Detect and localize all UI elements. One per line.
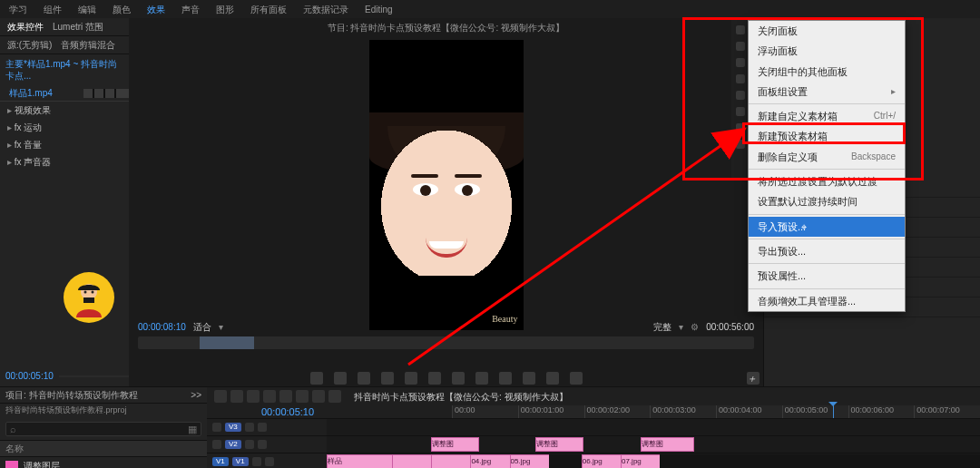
- program-timecode[interactable]: 00:00:08:10: [138, 321, 186, 333]
- clip[interactable]: 06.jpg: [582, 454, 622, 468]
- mute-icon[interactable]: [265, 457, 274, 466]
- folder-icon[interactable]: [736, 74, 745, 83]
- resolution-dropdown[interactable]: 完整: [653, 321, 671, 333]
- panel-tab[interactable]: 源:(无剪辑): [7, 39, 52, 51]
- clip[interactable]: 07.jpg: [621, 454, 662, 468]
- folder-icon[interactable]: [736, 91, 745, 100]
- ws-tab[interactable]: 效果: [147, 4, 165, 15]
- playhead[interactable]: [833, 405, 834, 418]
- clip[interactable]: 05.jpg: [510, 454, 551, 468]
- mute-icon[interactable]: [258, 440, 267, 449]
- ripple-tool-icon[interactable]: [247, 390, 260, 403]
- safe-margins-icon[interactable]: [570, 372, 583, 385]
- fx-group[interactable]: fx 声音器: [0, 153, 129, 171]
- menu-item[interactable]: 新建自定义素材箱Ctrl+/: [749, 106, 905, 126]
- compare-icon[interactable]: [546, 372, 559, 385]
- program-scrubber[interactable]: [138, 336, 754, 349]
- ws-tab[interactable]: Editing: [365, 4, 393, 15]
- ws-tab[interactable]: 所有面板: [250, 4, 287, 15]
- menu-item[interactable]: 导出预设...: [749, 241, 905, 261]
- ws-tab[interactable]: 图形: [216, 4, 234, 15]
- project-tab[interactable]: 项目: 抖音时尚转场预设制作教程: [5, 389, 138, 401]
- timeline-timecode[interactable]: 00:00:05:10: [261, 406, 314, 417]
- project-item[interactable]: 调整图层: [0, 457, 207, 468]
- lift-icon[interactable]: [475, 372, 488, 385]
- lock-icon[interactable]: [212, 423, 221, 432]
- mark-in-icon[interactable]: [310, 372, 323, 385]
- menu-item-label: 将所选过渡设置为默认过渡: [758, 175, 877, 188]
- settings-icon[interactable]: ⚙: [691, 321, 699, 333]
- folder-icon[interactable]: [736, 42, 745, 51]
- clip[interactable]: 调整图: [431, 437, 478, 452]
- clip[interactable]: 调整图: [535, 437, 583, 452]
- menu-item[interactable]: 导入预设...⌖: [749, 217, 905, 237]
- ws-tab[interactable]: 学习: [9, 4, 27, 15]
- video-track[interactable]: V1V1 样品 04.jpg 05.jpg 06.jpg 07.jpg: [207, 453, 980, 468]
- menu-item[interactable]: 新建预设素材箱: [749, 126, 905, 146]
- folder-icon[interactable]: [736, 107, 745, 116]
- menu-item[interactable]: 音频增效工具管理器...: [749, 291, 905, 311]
- clip[interactable]: [431, 454, 472, 468]
- track-select-icon[interactable]: [230, 390, 243, 403]
- go-out-icon[interactable]: [452, 372, 465, 385]
- clip[interactable]: 04.jpg: [470, 454, 511, 468]
- search-icon[interactable]: [736, 25, 745, 34]
- folder-icon[interactable]: [736, 140, 745, 149]
- step-back-icon[interactable]: [381, 372, 394, 385]
- go-in-icon[interactable]: [358, 372, 370, 385]
- menu-item[interactable]: 删除自定义项Backspace: [749, 147, 905, 167]
- fx-group[interactable]: 视频效果: [0, 102, 129, 119]
- sequence-tab[interactable]: 抖音时尚卡点预设教程【微信公众号: 视频制作大叔】: [354, 391, 568, 403]
- panel-tab[interactable]: Lumetri 范围: [53, 21, 103, 33]
- step-fwd-icon[interactable]: [428, 372, 441, 385]
- selection-tool-icon[interactable]: [214, 390, 227, 403]
- menu-item[interactable]: 将所选过渡设置为默认过渡: [749, 171, 905, 191]
- menu-item[interactable]: 浮动面板: [749, 41, 905, 61]
- eye-icon[interactable]: [252, 457, 261, 466]
- mute-icon[interactable]: [258, 423, 267, 432]
- ws-tab[interactable]: 元数据记录: [303, 4, 348, 15]
- ws-tab[interactable]: 编辑: [78, 4, 96, 15]
- zoom-fit[interactable]: 适合: [193, 321, 211, 333]
- type-tool-icon[interactable]: [328, 390, 341, 403]
- ws-tab[interactable]: 声音: [181, 4, 200, 15]
- clip[interactable]: [392, 454, 433, 468]
- play-icon[interactable]: [405, 372, 417, 385]
- eye-icon[interactable]: [245, 423, 254, 432]
- folder-icon[interactable]: [736, 58, 745, 67]
- ws-tab[interactable]: 颜色: [113, 4, 131, 15]
- button-editor-icon[interactable]: ＋: [747, 372, 760, 385]
- clip[interactable]: 调整图: [641, 437, 695, 452]
- slip-tool-icon[interactable]: [279, 390, 292, 403]
- menu-item[interactable]: 面板组设置▸: [749, 82, 905, 102]
- bin-icon[interactable]: ▦: [184, 423, 201, 435]
- razor-tool-icon[interactable]: [263, 390, 276, 403]
- mark-out-icon[interactable]: [334, 372, 347, 385]
- clip[interactable]: 样品: [327, 454, 394, 468]
- fx-group[interactable]: fx 音量: [0, 136, 129, 153]
- program-video[interactable]: Beauty: [369, 40, 524, 330]
- eye-icon[interactable]: [245, 440, 254, 449]
- menu-item[interactable]: 关闭面板: [749, 21, 905, 41]
- project-search[interactable]: ⌕ ▦: [5, 422, 201, 436]
- menu-item[interactable]: 关闭组中的其他面板: [749, 62, 905, 82]
- project-search-input[interactable]: [20, 424, 184, 434]
- export-frame-icon[interactable]: [523, 372, 535, 385]
- fx-group[interactable]: fx 运动: [0, 119, 129, 136]
- hand-tool-icon[interactable]: [312, 390, 325, 403]
- fx-timeline-thumb[interactable]: [83, 89, 129, 98]
- menu-item[interactable]: 预设属性...: [749, 266, 905, 286]
- timeline-ruler[interactable]: 00:0000:00:01:0000:00:02:0000:00:03:0000…: [452, 405, 980, 418]
- panel-tab[interactable]: 音频剪辑混合: [61, 39, 115, 51]
- ws-tab[interactable]: 组件: [44, 4, 62, 15]
- lock-icon[interactable]: [212, 440, 221, 449]
- menu-item[interactable]: 设置默认过渡持续时间: [749, 191, 905, 211]
- folder-icon[interactable]: [736, 123, 745, 132]
- video-track[interactable]: V2 调整图 调整图 调整图: [207, 435, 980, 453]
- project-col-name[interactable]: 名称: [0, 440, 207, 457]
- pen-tool-icon[interactable]: [296, 390, 309, 403]
- transport-bar: 00:00:08:10 适合▾ 完整▾ ⚙ 00:00:56:00: [129, 321, 763, 357]
- video-track[interactable]: V3: [207, 418, 980, 435]
- panel-tab[interactable]: 效果控件: [7, 21, 44, 33]
- extract-icon[interactable]: [499, 372, 512, 385]
